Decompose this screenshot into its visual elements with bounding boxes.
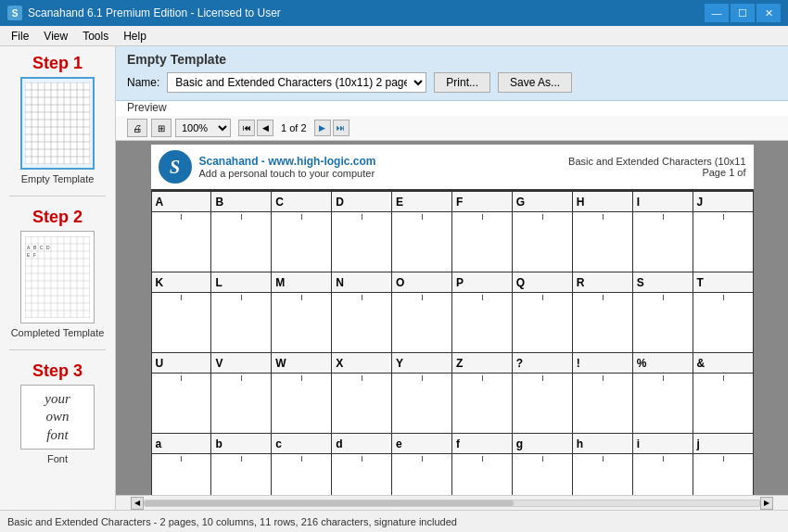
cell-amp: [693, 374, 753, 434]
scrollbar-track[interactable]: [144, 500, 760, 507]
print-toolbar-button[interactable]: 🖨: [127, 119, 147, 137]
step2-thumbnail[interactable]: A B C D E F: [20, 231, 95, 323]
table-row-header3: U V W X Y Z ? ! % &: [151, 353, 753, 374]
page-info: 1 of 2: [275, 122, 312, 133]
col-header-Q: Q: [512, 272, 572, 293]
doc-right-line2: Page 1 of: [568, 167, 745, 178]
col-header-M: M: [272, 272, 332, 293]
cell-E: [392, 212, 452, 272]
step1-grid-svg: [25, 82, 90, 164]
step1-thumbnail[interactable]: [20, 77, 95, 170]
col-header-d: d: [332, 434, 392, 454]
cell-c: [272, 454, 332, 496]
preview-label: Preview: [116, 101, 788, 116]
col-header-g: g: [512, 434, 572, 454]
print-button[interactable]: Print...: [434, 72, 490, 93]
scroll-left-button[interactable]: ◀: [131, 497, 144, 510]
cell-I: [632, 212, 693, 272]
name-select[interactable]: Basic and Extended Characters (10x11) 2 …: [167, 72, 426, 93]
scrollbar-thumb[interactable]: [145, 500, 514, 506]
name-row: Name: Basic and Extended Characters (10x…: [127, 72, 777, 93]
app-icon: S: [7, 6, 22, 20]
cell-exclaim: [572, 374, 632, 434]
col-header-Y: Y: [392, 353, 452, 374]
next-page-button[interactable]: ▶: [314, 120, 331, 136]
col-header-question: ?: [512, 353, 572, 374]
cell-W: [272, 374, 332, 434]
step1-name: Empty Template: [21, 173, 95, 184]
step3-thumbnail[interactable]: your own font: [20, 385, 95, 450]
svg-text:D: D: [46, 245, 50, 250]
cell-Q: [512, 293, 572, 353]
menu-view[interactable]: View: [36, 28, 75, 44]
step3-label: Step 3: [32, 361, 83, 381]
col-header-i: i: [632, 434, 693, 454]
minimize-button[interactable]: —: [705, 4, 729, 22]
col-header-c: c: [272, 434, 332, 454]
h-scrollbar[interactable]: ◀ ▶: [116, 495, 788, 510]
col-header-L: L: [211, 272, 272, 293]
preview-toolbar: 🖨 ⊞ 100% 50% 75% 125% 150% ⏮ ◀ 1 of 2 ▶ …: [116, 116, 788, 141]
preview-area[interactable]: S Scanahand - www.high-logic.com Add a p…: [116, 141, 788, 495]
col-header-H: H: [572, 192, 632, 212]
cell-G: [512, 212, 572, 272]
svg-text:C: C: [40, 245, 44, 250]
col-header-P: P: [451, 272, 512, 293]
col-header-Z: Z: [451, 353, 512, 374]
table-row-header1: A B C D E F G H I J: [151, 192, 753, 212]
col-header-G: G: [512, 192, 572, 212]
cell-J: [693, 212, 753, 272]
sidebar: Step 1: [0, 46, 116, 510]
cell-L: [211, 293, 272, 353]
zoom-select[interactable]: 100% 50% 75% 125% 150%: [175, 119, 231, 137]
cell-S: [632, 293, 693, 353]
content-title: Empty Template: [127, 52, 777, 67]
page-nav: ⏮ ◀ 1 of 2 ▶ ⏭: [238, 120, 350, 136]
save-as-button[interactable]: Save As...: [498, 72, 572, 93]
col-header-J: J: [693, 192, 753, 212]
col-header-S: S: [632, 272, 693, 293]
cell-g: [512, 454, 572, 496]
cell-H: [572, 212, 632, 272]
cell-d: [332, 454, 392, 496]
font-thumb-text3: font: [46, 426, 68, 445]
cell-X: [332, 374, 392, 434]
menu-tools[interactable]: Tools: [75, 28, 116, 44]
cell-B: [211, 212, 272, 272]
prev-page-button[interactable]: ◀: [257, 120, 273, 136]
col-header-R: R: [572, 272, 632, 293]
doc-right-line1: Basic and Extended Characters (10x11: [568, 156, 745, 167]
first-page-button[interactable]: ⏮: [238, 120, 255, 136]
table-row-4: [151, 454, 753, 496]
titlebar-controls: — ☐ ✕: [705, 4, 781, 22]
statusbar: Basic and Extended Characters - 2 pages,…: [0, 510, 788, 532]
cell-N: [332, 293, 392, 353]
step1-label: Step 1: [32, 54, 83, 73]
scroll-right-button[interactable]: ▶: [760, 497, 773, 510]
name-label: Name:: [127, 76, 159, 89]
col-header-U: U: [151, 353, 211, 374]
cell-Y: [392, 374, 452, 434]
step2-label: Step 2: [32, 208, 83, 227]
cell-R: [572, 293, 632, 353]
svg-text:F: F: [33, 252, 36, 258]
col-header-b: b: [211, 434, 272, 454]
menu-file[interactable]: File: [4, 28, 36, 44]
step2-name: Completed Template: [11, 327, 105, 338]
col-header-O: O: [392, 272, 452, 293]
close-button[interactable]: ✕: [756, 4, 781, 22]
menu-help[interactable]: Help: [116, 28, 154, 44]
table-row-3: [151, 374, 753, 434]
cell-K: [151, 293, 211, 353]
cell-A: [151, 212, 211, 272]
col-header-X: X: [332, 353, 392, 374]
doc-header-right: Basic and Extended Characters (10x11 Pag…: [568, 156, 745, 178]
fit-toolbar-button[interactable]: ⊞: [151, 119, 172, 137]
cell-D: [332, 212, 392, 272]
maximize-button[interactable]: ☐: [731, 4, 755, 22]
cell-U: [151, 374, 211, 434]
cell-b: [211, 454, 272, 496]
col-header-j-lower: j: [693, 434, 753, 454]
last-page-button[interactable]: ⏭: [333, 120, 350, 136]
cell-h: [572, 454, 632, 496]
